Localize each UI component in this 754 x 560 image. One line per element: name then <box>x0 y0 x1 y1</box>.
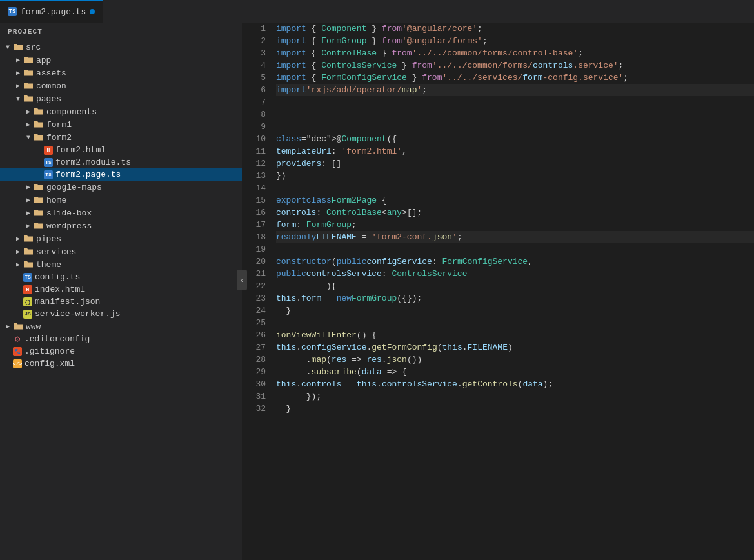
folder-icon <box>13 321 23 332</box>
line-number-28: 28 <box>252 354 266 366</box>
tree-label: common <box>36 81 66 91</box>
line-number-12: 12 <box>252 157 266 170</box>
json-icon: {} <box>23 297 32 306</box>
code-line-2: import { FormGroup } from '@angular/form… <box>276 35 754 47</box>
folder-icon <box>23 259 34 270</box>
tree-label: form2.page.ts <box>55 170 121 179</box>
tab-form2-page[interactable]: TS form2.page.ts <box>0 0 103 23</box>
code-line-22: ){ <box>276 280 754 292</box>
tree-item-components[interactable]: ▶ components <box>0 105 242 118</box>
tree-label: assets <box>36 68 66 78</box>
tree-item-configts[interactable]: TSconfig.ts <box>0 271 242 283</box>
tree-label: src <box>26 43 41 52</box>
collapse-sidebar-button[interactable]: ‹ <box>237 270 247 290</box>
sidebar: Project ▼ src▶ app▶ assets▶ common▼ page… <box>0 23 242 560</box>
tree-item-pages[interactable]: ▼ pages <box>0 92 242 105</box>
code-line-21: public controlsService: ControlsService <box>276 268 754 280</box>
tree-item-www[interactable]: ▶ www <box>0 320 242 333</box>
tree-label: components <box>46 107 97 117</box>
tree-item-form2html[interactable]: Hform2.html <box>0 144 242 156</box>
tree-item-form1[interactable]: ▶ form1 <box>0 118 242 131</box>
tree-item-src[interactable]: ▼ src <box>0 41 242 54</box>
chevron-icon: ▶ <box>23 183 34 191</box>
tree-item-editorconfig[interactable]: ⚙.editorconfig <box>0 333 242 345</box>
tree-item-slidebox[interactable]: ▶ slide-box <box>0 206 242 219</box>
line-number-5: 5 <box>252 72 266 84</box>
tree-item-configxml[interactable]: </>config.xml <box>0 357 242 370</box>
code-area[interactable]: import { Component } from '@angular/core… <box>271 23 754 560</box>
tree-item-wordpress[interactable]: ▶ wordpress <box>0 219 242 232</box>
chevron-icon: ▶ <box>23 209 34 217</box>
folder-icon <box>23 94 34 104</box>
folder-icon <box>34 195 44 205</box>
line-number-22: 22 <box>252 280 266 292</box>
code-line-11: templateUrl: 'form2.html', <box>276 145 754 157</box>
code-line-32: } <box>276 403 754 415</box>
tree-item-form2[interactable]: ▼ form2 <box>0 131 242 144</box>
tree-item-common[interactable]: ▶ common <box>0 79 242 92</box>
tree-item-app[interactable]: ▶ app <box>0 54 242 66</box>
code-line-12: providers: [] <box>276 157 754 170</box>
tree-label: form2 <box>46 133 72 143</box>
chevron-icon: ▼ <box>3 44 13 51</box>
code-line-25 <box>276 317 754 329</box>
line-number-6: 6 <box>252 84 266 96</box>
tree-item-googlemaps[interactable]: ▶ google-maps <box>0 181 242 194</box>
tree-item-assets[interactable]: ▶ assets <box>0 66 242 79</box>
chevron-icon: ▶ <box>13 261 23 268</box>
tree-label: .gitignore <box>25 346 75 356</box>
code-line-16: controls: ControlBase<any>[]; <box>276 206 754 219</box>
tree-item-form2page[interactable]: TSform2.page.ts <box>0 168 242 181</box>
tree-label: config.ts <box>35 272 80 282</box>
tree-item-pipes[interactable]: ▶ pipes <box>0 232 242 245</box>
tree-label: slide-box <box>46 208 92 218</box>
ts-icon: TS <box>44 158 53 167</box>
tree-label: service-worker.js <box>35 309 121 319</box>
line-number-26: 26 <box>252 329 266 341</box>
folder-icon <box>34 132 44 143</box>
line-number-25: 25 <box>252 317 266 329</box>
folder-icon <box>34 208 44 218</box>
line-number-13: 13 <box>252 170 266 182</box>
line-number-29: 29 <box>252 366 266 378</box>
tree-item-manifestjson[interactable]: {}manifest.json <box>0 295 242 308</box>
html-icon: H <box>44 146 53 155</box>
code-line-15: export class Form2Page { <box>276 194 754 206</box>
tree-item-gitignore[interactable]: 🐾.gitignore <box>0 345 242 357</box>
chevron-icon: ▶ <box>23 196 34 204</box>
tree-item-services[interactable]: ▶ services <box>0 245 242 258</box>
chevron-icon: ▶ <box>13 235 23 243</box>
js-icon: JS <box>23 310 32 319</box>
code-editor[interactable]: 1234567891011121314151617181920212223242… <box>242 23 754 560</box>
folder-icon <box>23 246 34 257</box>
html-icon: H <box>23 285 32 294</box>
editor-content: 1234567891011121314151617181920212223242… <box>242 23 754 560</box>
line-number-1: 1 <box>252 23 266 35</box>
code-line-28: .map(res => res.json()) <box>276 354 754 366</box>
line-number-32: 32 <box>252 403 266 415</box>
line-number-24: 24 <box>252 305 266 317</box>
tree-label: config.xml <box>25 359 75 368</box>
code-line-31: }); <box>276 390 754 403</box>
line-number-20: 20 <box>252 255 266 268</box>
tree-label: form1 <box>46 120 72 130</box>
folder-icon <box>34 182 44 192</box>
folder-icon <box>34 106 44 117</box>
folder-icon <box>23 81 34 91</box>
tree-item-serviceworker[interactable]: JSservice-worker.js <box>0 308 242 320</box>
ts-icon: TS <box>44 170 53 179</box>
tree-item-theme[interactable]: ▶ theme <box>0 258 242 271</box>
cfg-icon: ⚙ <box>13 335 22 344</box>
chevron-icon: ▶ <box>23 121 34 128</box>
code-line-4: import { ControlsService } from '../../c… <box>276 59 754 72</box>
code-line-5: import { FormConfigService } from '../..… <box>276 72 754 84</box>
tree-item-home[interactable]: ▶ home <box>0 194 242 206</box>
line-number-3: 3 <box>252 47 266 59</box>
line-numbers: 1234567891011121314151617181920212223242… <box>242 23 271 560</box>
line-number-10: 10 <box>252 133 266 145</box>
line-number-2: 2 <box>252 35 266 47</box>
folder-icon <box>23 234 34 244</box>
tree-label: pages <box>36 94 61 104</box>
tree-item-form2module[interactable]: TSform2.module.ts <box>0 156 242 168</box>
tree-item-indexhtml[interactable]: Hindex.html <box>0 283 242 295</box>
